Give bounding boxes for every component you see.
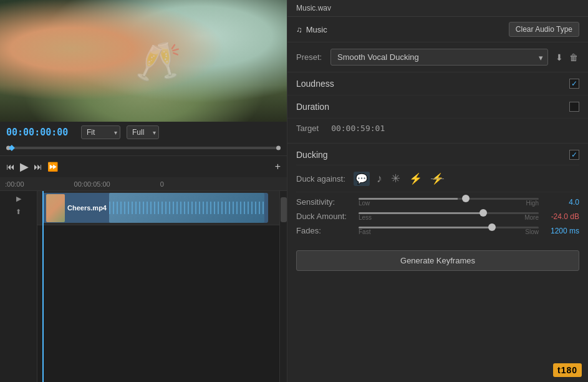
clear-audio-button[interactable]: Clear Audio Type	[509, 22, 579, 37]
fades-slider-container: Fast Slow	[359, 227, 539, 235]
duck-dialog-button[interactable]: 💬	[354, 172, 370, 186]
ruler-mark-0: :00:00	[5, 180, 24, 188]
timeline-left-controls: ▶ ⬆	[0, 191, 37, 220]
preset-select-wrapper: Smooth Vocal Ducking Duck Music No Ducki…	[330, 49, 548, 66]
duck-music-button[interactable]: ♪	[375, 171, 384, 187]
preview-image	[0, 0, 287, 122]
sensitivity-row: Sensitivity: Low High 4.0	[296, 192, 579, 207]
target-row: Target 00:00:59:01	[287, 119, 588, 144]
progress-bar-container	[0, 143, 287, 155]
duck-against-row: Duck against: 💬 ♪ ✳ ⚡ ⚡	[296, 165, 579, 192]
panel-header: Music.wav	[287, 0, 588, 17]
music-type-label: Music	[306, 25, 327, 34]
add-clip-button[interactable]: +	[275, 161, 281, 172]
delete-preset-button[interactable]: 🗑	[568, 51, 579, 64]
sensitivity-max-label: High	[526, 200, 539, 207]
fades-label: Fades:	[296, 226, 352, 235]
progress-track[interactable]	[6, 147, 281, 149]
duck-amount-max-label: More	[524, 214, 539, 221]
scrollbar-thumb	[281, 197, 287, 222]
ducking-checkbox[interactable]	[569, 150, 579, 160]
clip-label: Cheers.mp4	[67, 204, 107, 212]
duck-amount-label: Duck Amount:	[296, 212, 352, 221]
fades-row: Fades: Fast Slow 1200 ms	[296, 221, 579, 235]
duration-section: Duration	[287, 96, 588, 119]
sensitivity-label: Sensitivity:	[296, 197, 352, 207]
ruler-mark-1: 00:00:05:00	[74, 180, 110, 188]
transport-left: ⏮ ▶ ⏭ ⏩	[6, 160, 58, 174]
playhead-line	[42, 191, 44, 382]
duration-checkbox[interactable]	[569, 102, 579, 112]
fit-select-wrapper: Fit 25% 50% 100%	[81, 125, 120, 139]
fit-select[interactable]: Fit 25% 50% 100%	[81, 125, 120, 139]
duck-amount-min-label: Less	[359, 214, 372, 221]
ducking-section: Ducking Duck against: 💬 ♪ ✳ ⚡ ⚡ Sensitiv…	[287, 144, 588, 242]
loudness-section: Loudness	[287, 72, 588, 96]
timecode-bar: 00:00:00:00 Fit 25% 50% 100% Full 1/2 1/…	[0, 122, 287, 143]
export-button[interactable]: ⬆	[2, 207, 34, 217]
fast-forward-button[interactable]: ⏩	[47, 162, 58, 172]
filename-label: Music.wav	[296, 4, 331, 12]
fades-value: 1200 ms	[545, 227, 579, 235]
preset-row: Preset: Smooth Vocal Ducking Duck Music …	[287, 42, 588, 72]
duck-icons: 💬 ♪ ✳ ⚡ ⚡	[354, 170, 446, 187]
timeline-left-panel: ▶ ⬆	[0, 191, 37, 382]
fades-min-label: Fast	[359, 228, 370, 235]
watermark: t180	[553, 363, 582, 377]
duck-against-label: Duck against:	[296, 174, 346, 184]
duck-other-button[interactable]: ⚡	[429, 171, 446, 187]
download-preset-button[interactable]: ⬇	[554, 51, 564, 64]
duration-label: Duration	[296, 102, 329, 112]
transport-controls: ⏮ ▶ ⏭ ⏩ +	[0, 155, 287, 177]
step-forward-button[interactable]: ⏭	[34, 162, 42, 172]
preset-select[interactable]: Smooth Vocal Ducking Duck Music No Ducki…	[330, 49, 548, 66]
clip-waveform	[109, 193, 264, 223]
vertical-scrollbar[interactable]	[279, 191, 287, 382]
right-panel: Music.wav ♫ Music Clear Audio Type Prese…	[287, 0, 588, 382]
progress-dot-right	[276, 146, 281, 150]
play-button[interactable]: ▶	[20, 160, 29, 174]
loudness-label: Loudness	[296, 79, 334, 89]
preview-area	[0, 0, 287, 122]
quality-select-wrapper: Full 1/2 1/4	[127, 125, 159, 139]
ruler-mark-2: 0	[160, 180, 164, 188]
fades-slider-labels: Fast Slow	[359, 228, 539, 235]
target-label: Target	[296, 124, 319, 133]
sensitivity-slider-container: Low High	[359, 198, 539, 207]
duck-sfx-button[interactable]: ✳	[389, 170, 402, 187]
fades-max-label: Slow	[525, 228, 539, 235]
generate-keyframes-button[interactable]: Generate Keyframes	[296, 250, 579, 271]
music-note-icon: ♫	[296, 25, 302, 34]
left-panel: 00:00:00:00 Fit 25% 50% 100% Full 1/2 1/…	[0, 0, 287, 382]
timeline-ruler: :00:00 00:00:05:00 0	[0, 177, 287, 191]
ducking-section-label: Ducking	[296, 150, 328, 160]
timeline-tracks: ▶ ⬆ Cheers.mp4	[0, 191, 287, 382]
timeline-area: :00:00 00:00:05:00 0 ▶ ⬆ Cheers.mp4	[0, 177, 287, 382]
duck-ambient-button[interactable]: ⚡	[407, 171, 424, 187]
track-row: Cheers.mp4	[37, 191, 287, 225]
duck-amount-slider-labels: Less More	[359, 214, 539, 221]
duck-amount-value: -24.0 dB	[545, 212, 579, 221]
duck-amount-row: Duck Amount: Less More -24.0 dB	[296, 207, 579, 221]
music-row: ♫ Music Clear Audio Type	[287, 17, 588, 42]
music-label-container: ♫ Music	[296, 25, 327, 34]
track-clip[interactable]: Cheers.mp4	[42, 193, 268, 223]
sensitivity-min-label: Low	[359, 200, 370, 207]
sensitivity-slider-labels: Low High	[359, 200, 539, 207]
quality-select[interactable]: Full 1/2 1/4	[127, 125, 159, 139]
preset-label: Preset:	[296, 52, 324, 62]
clip-thumbnail	[46, 194, 65, 222]
loudness-checkbox[interactable]	[569, 79, 579, 89]
target-value: 00:00:59:01	[331, 124, 385, 133]
timecode-display: 00:00:00:00	[6, 127, 75, 138]
preset-icons: ⬇ 🗑	[554, 51, 579, 64]
play-timeline-button[interactable]: ▶	[2, 193, 34, 204]
sensitivity-value: 4.0	[545, 198, 579, 207]
timeline-content: Cheers.mp4	[37, 191, 287, 382]
duck-amount-slider-container: Less More	[359, 212, 539, 221]
step-back-button[interactable]: ⏮	[6, 162, 15, 172]
transport-right: +	[275, 161, 281, 172]
